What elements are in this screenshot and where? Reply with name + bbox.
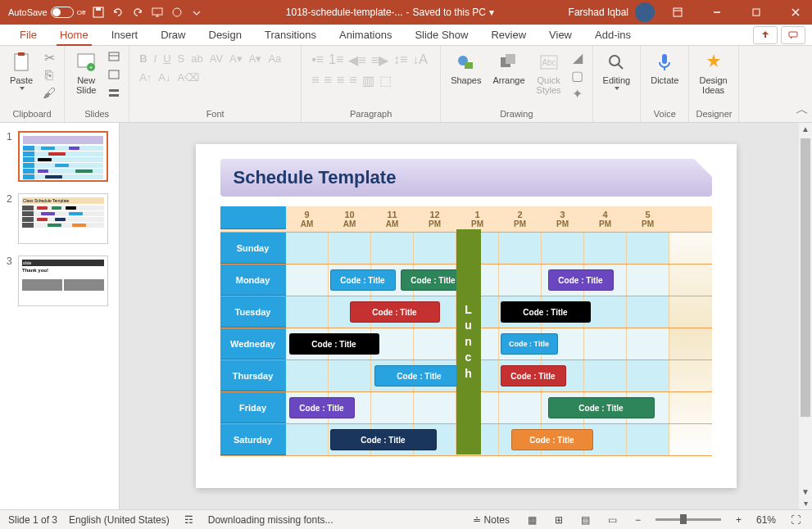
- block-tue-2[interactable]: Code : Title: [501, 301, 591, 323]
- tab-insert[interactable]: Insert: [100, 25, 150, 45]
- block-sat-1[interactable]: Code : Title: [330, 429, 437, 450]
- align-left-icon[interactable]: ≡: [311, 73, 319, 88]
- bullets-icon[interactable]: •≡: [311, 52, 324, 67]
- quick-styles-button[interactable]: Abc Quick Styles: [533, 49, 565, 97]
- minimize-button[interactable]: [701, 0, 733, 25]
- shrink-font-icon[interactable]: A↓: [158, 71, 170, 84]
- tab-view[interactable]: View: [538, 25, 583, 45]
- block-wed-1[interactable]: Code : Title: [289, 333, 379, 355]
- qat-more-icon[interactable]: [190, 6, 203, 19]
- touch-mode-icon[interactable]: [170, 6, 184, 19]
- paste-button[interactable]: Paste: [7, 49, 36, 92]
- spacing-icon[interactable]: AV: [210, 52, 223, 65]
- section-icon[interactable]: [106, 85, 122, 102]
- tab-animations[interactable]: Animations: [328, 25, 403, 45]
- redo-icon[interactable]: [131, 6, 144, 19]
- autosave-toggle[interactable]: AutoSave Off: [8, 7, 85, 18]
- shape-fill-icon[interactable]: ◢: [569, 49, 586, 66]
- smartart-icon[interactable]: ⬚: [379, 73, 392, 88]
- justify-icon[interactable]: ≡: [349, 73, 356, 88]
- clear-format-icon[interactable]: A⌫: [177, 71, 199, 84]
- block-tue-1[interactable]: Code : Title: [350, 301, 440, 323]
- block-thu-2[interactable]: Code : Title: [501, 365, 566, 387]
- arrange-button[interactable]: Arrange: [489, 49, 528, 87]
- tab-review[interactable]: Review: [479, 25, 538, 45]
- format-painter-icon[interactable]: 🖌: [41, 85, 57, 102]
- zoom-slider[interactable]: [655, 518, 721, 521]
- tab-design[interactable]: Design: [197, 25, 253, 45]
- block-mon-3[interactable]: Code : Title: [548, 269, 614, 291]
- scroll-up-icon[interactable]: ▲: [799, 123, 812, 135]
- highlight-icon[interactable]: A▾: [249, 52, 262, 65]
- zoom-in-button[interactable]: +: [733, 514, 745, 526]
- save-icon[interactable]: [92, 6, 105, 19]
- line-spacing-icon[interactable]: ↕≡: [393, 52, 407, 67]
- shape-effects-icon[interactable]: ✦: [569, 85, 586, 102]
- slide-thumbnail-2[interactable]: Class Schedule Template: [18, 193, 108, 244]
- slide-thumbnail-3[interactable]: slide Thank you!: [18, 255, 108, 306]
- slideshow-view-icon[interactable]: ▭: [605, 514, 620, 526]
- user-name[interactable]: Farshad Iqbal: [569, 7, 628, 18]
- zoom-percentage[interactable]: 61%: [756, 514, 776, 526]
- block-sat-2[interactable]: Code : Title: [511, 429, 593, 450]
- indent-left-icon[interactable]: ◀≡: [348, 52, 365, 68]
- schedule-table[interactable]: Lunch 9AM 10AM 11AM 12PM 1PM 2PM 3PM 4PM…: [220, 206, 712, 456]
- layout-icon[interactable]: [106, 49, 122, 66]
- share-button[interactable]: [753, 26, 778, 44]
- block-fri-2[interactable]: Code : Title: [548, 397, 655, 418]
- new-slide-button[interactable]: + New Slide: [71, 49, 101, 97]
- comments-button[interactable]: [781, 26, 805, 44]
- scroll-page-icon[interactable]: ▾: [799, 499, 812, 508]
- shadow-icon[interactable]: ab: [191, 52, 202, 65]
- accessibility-icon[interactable]: ☶: [181, 514, 197, 526]
- start-show-icon[interactable]: [151, 6, 164, 19]
- underline-icon[interactable]: U: [163, 52, 170, 65]
- reset-icon[interactable]: [106, 67, 122, 84]
- avatar[interactable]: [635, 2, 655, 22]
- text-direction-icon[interactable]: ↓A: [412, 52, 428, 67]
- close-button[interactable]: [779, 0, 812, 25]
- slide-thumbnail-1[interactable]: [18, 131, 108, 182]
- columns-icon[interactable]: ▥: [362, 73, 374, 88]
- numbering-icon[interactable]: 1≡: [329, 52, 343, 67]
- bold-icon[interactable]: B: [139, 52, 147, 65]
- tab-home[interactable]: Home: [48, 25, 100, 45]
- case-icon[interactable]: Aa: [268, 52, 281, 65]
- tab-transitions[interactable]: Transitions: [253, 25, 328, 45]
- strike-icon[interactable]: S: [178, 52, 185, 65]
- maximize-button[interactable]: [740, 0, 773, 25]
- grow-font-icon[interactable]: A↑: [139, 71, 152, 84]
- block-mon-1[interactable]: Code : Title: [330, 269, 396, 291]
- cut-icon[interactable]: ✂: [41, 49, 57, 66]
- dictate-button[interactable]: Dictate: [647, 49, 682, 87]
- slide-editor[interactable]: Schedule Template Lunch 9AM 10AM 11AM 12…: [120, 123, 812, 509]
- notes-button[interactable]: ≐ Notes: [470, 514, 513, 526]
- italic-icon[interactable]: I: [154, 52, 157, 65]
- undo-icon[interactable]: [111, 6, 125, 19]
- lunch-bar[interactable]: Lunch: [456, 229, 481, 454]
- tab-draw[interactable]: Draw: [149, 25, 197, 45]
- indent-right-icon[interactable]: ≡▶: [371, 52, 388, 68]
- save-status[interactable]: Saved to this PC: [413, 7, 486, 18]
- sorter-view-icon[interactable]: ⊞: [551, 514, 566, 526]
- slide-canvas[interactable]: Schedule Template Lunch 9AM 10AM 11AM 12…: [196, 144, 737, 488]
- fit-to-window-icon[interactable]: ⛶: [787, 514, 804, 526]
- align-center-icon[interactable]: ≡: [324, 73, 331, 88]
- align-right-icon[interactable]: ≡: [337, 73, 344, 88]
- language-indicator[interactable]: English (United States): [69, 514, 170, 526]
- normal-view-icon[interactable]: ▦: [524, 514, 540, 526]
- block-wed-2[interactable]: Code : Title: [501, 333, 558, 355]
- scroll-down-icon[interactable]: ▼: [799, 487, 812, 496]
- design-ideas-button[interactable]: Design Ideas: [696, 49, 730, 97]
- block-thu-1[interactable]: Code : Title: [374, 365, 465, 387]
- tab-slideshow[interactable]: Slide Show: [403, 25, 479, 45]
- zoom-out-button[interactable]: −: [632, 514, 644, 526]
- tab-addins[interactable]: Add-ins: [583, 25, 642, 45]
- shape-outline-icon[interactable]: ▢: [569, 67, 586, 84]
- ribbon-display-icon[interactable]: [661, 0, 694, 25]
- block-fri-1[interactable]: Code : Title: [289, 397, 355, 418]
- vertical-scrollbar[interactable]: ▲ ▼ ▾: [799, 123, 812, 509]
- collapse-ribbon-icon[interactable]: ︿: [796, 102, 809, 119]
- shapes-button[interactable]: Shapes: [447, 49, 484, 87]
- copy-icon[interactable]: ⎘: [41, 67, 57, 84]
